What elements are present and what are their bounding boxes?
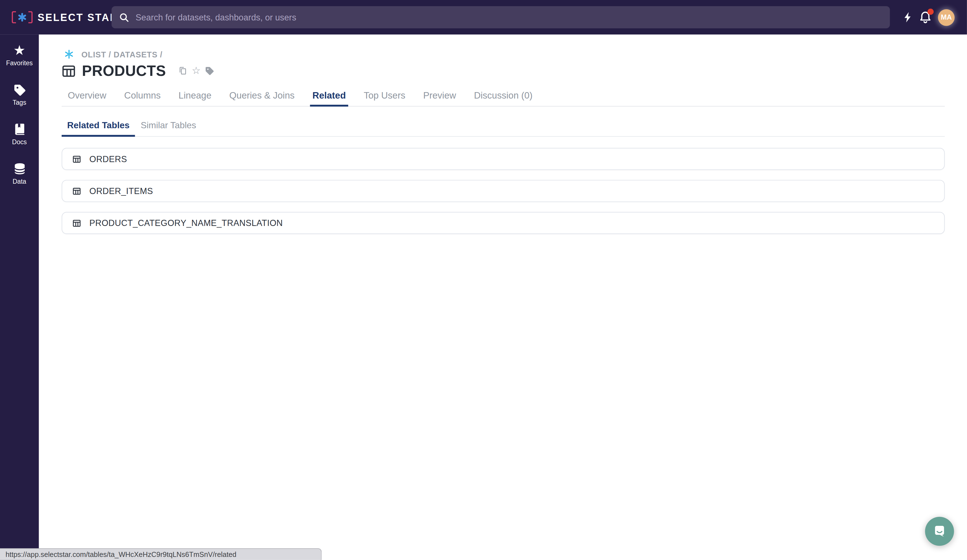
title-actions: ☆ <box>178 65 215 76</box>
subtab-similar-tables[interactable]: Similar Tables <box>135 120 202 137</box>
global-search[interactable] <box>112 6 890 28</box>
related-table-row-orders[interactable]: ORDERS <box>62 148 945 170</box>
logo-left-bracket <box>12 11 16 23</box>
database-icon <box>13 161 26 176</box>
asterisk-icon <box>18 13 26 21</box>
tag-icon <box>13 82 26 97</box>
search-input[interactable] <box>135 12 883 22</box>
entity-tabs: Overview Columns Lineage Queries & Joins… <box>62 89 945 107</box>
tab-related[interactable]: Related <box>310 89 348 107</box>
brand-name: SELECT STAR <box>38 12 118 23</box>
sidebar-item-label: Tags <box>13 99 26 106</box>
breadcrumb[interactable]: OLIST / DATASETS / <box>64 49 162 59</box>
brand-logo[interactable]: SELECT STAR <box>12 0 119 35</box>
sidebar-nav: ★ Favorites Tags Docs <box>0 35 39 560</box>
tab-lineage[interactable]: Lineage <box>176 89 214 107</box>
sidebar-item-label: Data <box>13 178 26 185</box>
sidebar-item-label: Favorites <box>6 59 33 66</box>
app-window: SELECT STAR MA ★ <box>0 0 967 560</box>
breadcrumb-text[interactable]: OLIST / DATASETS / <box>81 49 162 59</box>
related-table-name[interactable]: ORDER_ITEMS <box>89 186 153 196</box>
book-icon <box>13 121 26 136</box>
subtab-related-tables[interactable]: Related Tables <box>62 120 135 137</box>
favorite-button[interactable]: ☆ <box>191 65 201 76</box>
user-avatar[interactable]: MA <box>938 9 954 25</box>
status-url: https://app.selectstar.com/tables/ta_WHc… <box>6 551 236 558</box>
tab-preview[interactable]: Preview <box>421 89 459 107</box>
snowflake-icon <box>64 49 74 59</box>
avatar-initials: MA <box>941 13 952 21</box>
chat-bubble-icon <box>932 524 947 539</box>
related-subtabs: Related Tables Similar Tables <box>62 120 945 137</box>
notification-badge <box>927 9 934 15</box>
lightning-icon <box>902 10 914 24</box>
table-icon <box>61 63 76 79</box>
table-icon <box>72 154 81 163</box>
sidebar-item-tags[interactable]: Tags <box>0 82 39 112</box>
tab-overview[interactable]: Overview <box>65 89 109 107</box>
related-table-row-product-category-name-translation[interactable]: PRODUCT_CATEGORY_NAME_TRANSLATION <box>62 212 945 234</box>
sidebar-item-data[interactable]: Data <box>0 161 39 190</box>
search-icon <box>119 12 129 22</box>
related-tables-list: ORDERS ORDER_ITEMS PRODUCT_CATEG <box>62 148 945 234</box>
main-content: OLIST / DATASETS / PRODUCTS ☆ <box>39 35 967 560</box>
table-icon <box>72 186 81 196</box>
logo-right-bracket <box>28 11 33 23</box>
notifications-button[interactable] <box>918 10 932 25</box>
page-title: PRODUCTS <box>82 62 166 79</box>
quick-actions-button[interactable] <box>902 10 914 24</box>
tags-button[interactable] <box>205 65 215 76</box>
sidebar-item-docs[interactable]: Docs <box>0 121 39 151</box>
page-header: PRODUCTS ☆ <box>61 62 215 79</box>
copy-icon <box>178 66 187 76</box>
sidebar-item-label: Docs <box>12 138 27 145</box>
copy-name-button[interactable] <box>178 65 187 76</box>
brand-logo-icon <box>12 11 33 23</box>
tab-discussion[interactable]: Discussion (0) <box>472 89 535 107</box>
related-table-name[interactable]: PRODUCT_CATEGORY_NAME_TRANSLATION <box>89 218 283 228</box>
star-outline-icon: ☆ <box>191 66 201 76</box>
tag-outline-icon <box>205 66 215 76</box>
related-table-name[interactable]: ORDERS <box>89 154 127 164</box>
related-table-row-order-items[interactable]: ORDER_ITEMS <box>62 180 945 202</box>
link-preview-statusbar: https://app.selectstar.com/tables/ta_WHc… <box>0 548 322 560</box>
chat-launcher-button[interactable] <box>925 517 954 546</box>
table-icon <box>72 218 81 227</box>
tab-columns[interactable]: Columns <box>122 89 163 107</box>
topbar: SELECT STAR MA <box>0 0 967 35</box>
tab-queries-joins[interactable]: Queries & Joins <box>227 89 297 107</box>
sidebar-item-favorites[interactable]: ★ Favorites <box>0 43 39 72</box>
tab-top-users[interactable]: Top Users <box>361 89 408 107</box>
star-icon: ★ <box>13 43 25 58</box>
